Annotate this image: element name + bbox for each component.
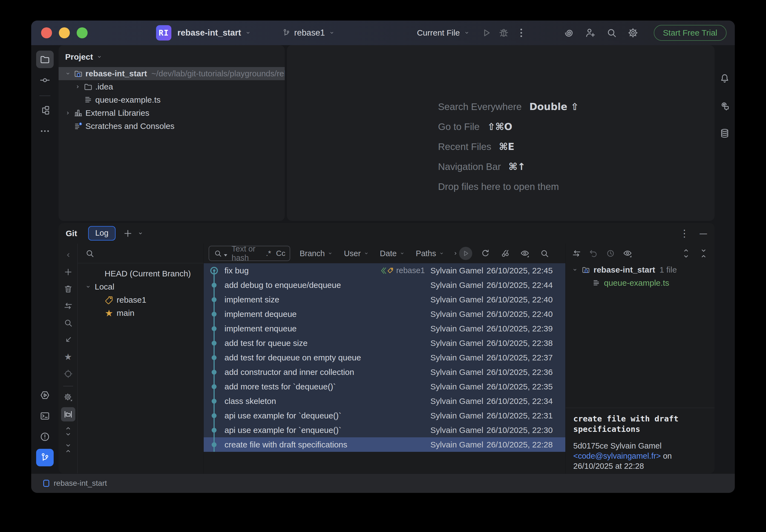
branch-selector[interactable]: rebase1	[282, 28, 335, 38]
tree-item-label: Scratches and Consoles	[85, 122, 174, 131]
refresh-button[interactable]	[479, 247, 492, 260]
sidebar-item-commit[interactable]	[36, 71, 54, 89]
undo-button[interactable]	[589, 248, 599, 258]
commit-row[interactable]: add test for queue size Sylvain Gamel 26…	[204, 336, 565, 350]
filter-paths[interactable]: Paths	[416, 249, 445, 258]
commit-row[interactable]: add constructor and inner collection Syl…	[204, 365, 565, 379]
project-tree-item[interactable]: .idea	[59, 80, 285, 93]
changed-files-root[interactable]: rebase-int_start 1 file	[566, 263, 715, 276]
compare-button[interactable]	[572, 248, 582, 258]
ai-chat-button[interactable]	[716, 97, 733, 115]
commit-row[interactable]: implement size Sylvain Gamel 26/10/2025,…	[204, 292, 565, 307]
branch-item[interactable]: HEAD (Current Branch)	[78, 267, 203, 280]
sidebar-item-project[interactable]	[36, 51, 54, 68]
project-folder-icon	[580, 265, 591, 274]
collapse-all-button[interactable]	[699, 248, 709, 258]
add-tab-button[interactable]	[123, 228, 133, 239]
sidebar-item-services[interactable]	[36, 386, 54, 404]
start-free-trial-button[interactable]: Start Free Trial	[654, 25, 727, 41]
trash-button[interactable]	[61, 282, 75, 296]
project-tree-item[interactable]: Scratches and Consoles	[59, 120, 285, 133]
commit-row[interactable]: api use example for `dequeue()` Sylvain …	[204, 408, 565, 423]
collapse-all-button[interactable]	[61, 441, 75, 455]
run-button[interactable]	[478, 24, 495, 42]
commit-details-panel: rebase-int_start 1 file queue-example.ts…	[565, 244, 715, 473]
eye-dd-button[interactable]	[623, 248, 632, 258]
commit-row[interactable]: implement enqueue Sylvain Gamel 26/10/20…	[204, 321, 565, 336]
expand-all-button[interactable]	[61, 424, 75, 438]
settings-button[interactable]	[624, 24, 642, 42]
chevron-down-icon[interactable]	[137, 230, 144, 237]
hide-panel-button[interactable]: —	[699, 229, 707, 238]
close-button[interactable]	[41, 27, 52, 38]
corner-arrow-button[interactable]	[61, 333, 75, 347]
sidebar-item-version-control[interactable]	[36, 449, 54, 466]
commit-row[interactable]: add more tests for `dequeue()` Sylvain G…	[204, 379, 565, 394]
branch-item[interactable]: rebase1	[78, 293, 203, 307]
branch-search[interactable]	[78, 244, 203, 263]
commit-row[interactable]: api use example for `enqueue()` Sylvain …	[204, 423, 565, 437]
compare-button[interactable]	[61, 299, 75, 313]
project-selector[interactable]: rebase-int_start	[177, 28, 251, 38]
run-config-selector[interactable]: Current File	[417, 28, 470, 37]
history-button[interactable]	[606, 248, 615, 258]
commit-row[interactable]: add debug to enqueue/dequeue Sylvain Gam…	[204, 278, 565, 292]
status-bar-project[interactable]: rebase-int_start	[54, 479, 107, 488]
star-button[interactable]: ★	[61, 350, 75, 364]
more-options-button[interactable]	[513, 24, 530, 42]
commit-author-email[interactable]: <code@sylvaingamel.fr>	[573, 452, 661, 460]
add-button[interactable]	[61, 265, 75, 279]
chevron-right-icon[interactable]	[452, 250, 459, 257]
commit-row[interactable]: add test for dequeue on empty queue Sylv…	[204, 350, 565, 365]
file-lines-icon	[591, 279, 602, 287]
project-panel-header[interactable]: Project	[59, 45, 285, 67]
regex-toggle[interactable]: .*	[266, 249, 271, 258]
branch-item[interactable]: Local	[78, 280, 203, 293]
debug-button[interactable]	[495, 24, 513, 42]
expand-all-button[interactable]	[681, 248, 691, 258]
project-tree-item[interactable]: rebase-int_start ~/dev/lab/git-tutorials…	[59, 67, 285, 80]
commit-row[interactable]: fix bugrebase1 Sylvain Gamel 26/10/2025,…	[204, 263, 565, 278]
filter-user[interactable]: User	[344, 249, 369, 258]
search-button[interactable]	[61, 316, 75, 330]
branch-item[interactable]: ★main	[78, 307, 203, 320]
commit-row[interactable]: implement dequeue Sylvain Gamel 26/10/20…	[204, 307, 565, 321]
filter-branch[interactable]: Branch	[299, 249, 333, 258]
minimize-button[interactable]	[59, 27, 70, 38]
shortcut-label: Recent Files	[438, 141, 492, 152]
project-tree-item[interactable]: External Libraries	[59, 106, 285, 120]
commit-row[interactable]: class skeleton Sylvain Gamel 26/10/2025,…	[204, 394, 565, 408]
commit-node	[212, 326, 216, 331]
sidebar-item-structure[interactable]	[36, 102, 54, 119]
search-button[interactable]	[603, 24, 620, 42]
changed-file-item[interactable]: queue-example.ts	[566, 276, 715, 290]
project-tree-item[interactable]: queue-example.ts	[59, 93, 285, 106]
database-button[interactable]	[716, 125, 733, 142]
cherry-pick-button[interactable]	[499, 247, 512, 260]
folder-bracket-icon	[63, 409, 73, 419]
commit-hash[interactable]: 5d0175ce	[573, 441, 608, 450]
commit-row[interactable]: create file with draft specifications Sy…	[204, 437, 565, 452]
search-button[interactable]	[538, 247, 551, 260]
commit-node	[212, 428, 216, 433]
notifications-button[interactable]	[716, 70, 733, 87]
go-to-hash-button[interactable]	[459, 247, 472, 260]
tab-log[interactable]: Log	[88, 226, 115, 241]
folder-bracket-button[interactable]	[61, 407, 75, 421]
crosshair-button[interactable]	[61, 367, 75, 381]
sidebar-item-more[interactable]	[36, 122, 54, 140]
filter-date[interactable]: Date	[380, 249, 406, 258]
editor-area[interactable]: Search EverywhereDouble ⇧Go to File⇧⌘ORe…	[287, 45, 715, 221]
log-search-input[interactable]: Text or hash .* Cc	[209, 246, 290, 261]
collapse-all-icon	[699, 248, 709, 258]
ai-assistant-button[interactable]	[560, 24, 578, 42]
eye-dd-button[interactable]	[518, 247, 531, 260]
case-toggle[interactable]: Cc	[276, 249, 285, 258]
collapse-left-button[interactable]	[61, 248, 75, 262]
sidebar-item-terminal[interactable]	[36, 407, 54, 425]
zoom-button[interactable]	[77, 27, 88, 38]
sidebar-item-problems[interactable]	[36, 428, 54, 446]
settings-dd-button[interactable]	[61, 390, 75, 404]
more-options-button[interactable]: ⋮	[680, 229, 689, 238]
add-user-button[interactable]	[582, 24, 599, 42]
